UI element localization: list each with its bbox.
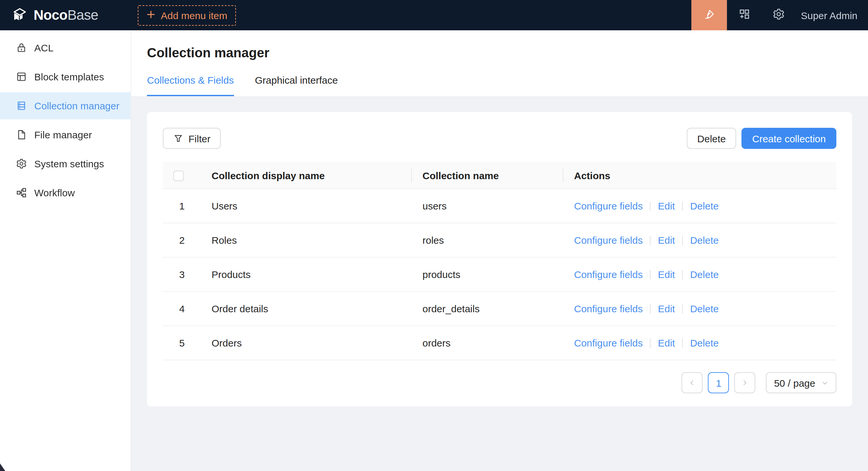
top-header: NocoBase Add menu item <box>0 0 868 30</box>
sidebar-item-label: File manager <box>34 129 92 140</box>
cell-actions: Configure fieldsEditDelete <box>563 189 836 223</box>
table-row: 4 Order details order_details Configure … <box>163 292 836 326</box>
cell-display-name: Roles <box>201 223 412 257</box>
action-divider <box>682 339 683 348</box>
row-index: 5 <box>163 326 201 360</box>
edit-link[interactable]: Edit <box>658 235 675 246</box>
sidebar-item-collection-manager[interactable]: Collection manager <box>0 92 130 119</box>
sidebar: ACL Block templates Collection manager <box>0 30 131 471</box>
filter-button[interactable]: Filter <box>163 128 221 149</box>
tab-graphical-interface[interactable]: Graphical interface <box>255 74 338 96</box>
column-header-name: Collection name <box>412 162 563 189</box>
edit-link[interactable]: Edit <box>658 269 675 280</box>
filter-icon <box>173 133 183 143</box>
chevron-right-icon <box>741 377 749 388</box>
cell-name: orders <box>412 326 563 360</box>
appstore-add-icon <box>738 8 750 23</box>
gear-icon <box>16 158 27 169</box>
filter-button-label: Filter <box>188 133 211 144</box>
logo-text: NocoBase <box>34 7 98 23</box>
plus-icon <box>146 9 156 21</box>
row-index: 1 <box>163 189 201 223</box>
page-size-select[interactable]: 50 / page <box>766 372 836 393</box>
toolbar-right: Delete Create collection <box>687 128 836 149</box>
edit-link[interactable]: Edit <box>658 200 675 211</box>
delete-link[interactable]: Delete <box>690 337 719 348</box>
sidebar-item-system-settings[interactable]: System settings <box>0 150 130 177</box>
next-page-button[interactable] <box>735 372 756 393</box>
column-header-display-name: Collection display name <box>201 162 412 189</box>
table-row: 3 Products products Configure fieldsEdit… <box>163 257 836 292</box>
plugin-manager-button[interactable] <box>727 0 761 30</box>
cell-name: products <box>412 257 563 292</box>
action-divider <box>682 270 683 279</box>
column-header-actions: Actions <box>563 162 836 189</box>
chevron-left-icon <box>688 377 696 388</box>
prev-page-button[interactable] <box>682 372 703 393</box>
file-icon <box>16 129 27 140</box>
cell-name: roles <box>412 223 563 257</box>
action-divider <box>650 202 651 211</box>
system-settings-button[interactable] <box>761 0 796 30</box>
sidebar-item-label: Block templates <box>34 71 104 82</box>
user-menu[interactable]: Super Admin <box>801 9 858 21</box>
logo-text-bold: Noco <box>34 7 67 23</box>
create-collection-button[interactable]: Create collection <box>742 128 836 149</box>
tabs: Collections & Fields Graphical interface <box>147 74 852 96</box>
nocobase-logo-icon <box>11 7 28 24</box>
pagination: 1 50 / page <box>163 372 836 393</box>
cell-name: users <box>412 189 563 223</box>
configure-fields-link[interactable]: Configure fields <box>574 269 643 280</box>
page-header: Collection manager Collections & Fields … <box>131 30 868 96</box>
table-row: 2 Roles roles Configure fieldsEditDelete <box>163 223 836 257</box>
table-row: 5 Orders orders Configure fieldsEditDele… <box>163 326 836 360</box>
delete-link[interactable]: Delete <box>690 235 719 246</box>
cell-name: order_details <box>412 292 563 326</box>
chevron-down-icon <box>821 379 829 386</box>
sidebar-item-label: ACL <box>34 42 53 53</box>
cell-actions: Configure fieldsEditDelete <box>563 292 836 326</box>
page-1-button[interactable]: 1 <box>708 372 729 393</box>
delete-link[interactable]: Delete <box>690 200 719 211</box>
row-index: 3 <box>163 257 201 292</box>
delete-link[interactable]: Delete <box>690 269 719 280</box>
configure-fields-link[interactable]: Configure fields <box>574 337 643 348</box>
sidebar-item-label: Workflow <box>34 187 75 198</box>
edit-link[interactable]: Edit <box>658 303 675 314</box>
delete-button[interactable]: Delete <box>687 128 737 149</box>
sidebar-item-label: System settings <box>34 158 104 169</box>
configure-fields-link[interactable]: Configure fields <box>574 200 643 211</box>
edit-link[interactable]: Edit <box>658 337 675 348</box>
collections-card: Filter Delete Create collection Coll <box>147 112 852 406</box>
configure-fields-link[interactable]: Configure fields <box>574 235 643 246</box>
lock-icon <box>16 42 27 53</box>
nocobase-logo[interactable]: NocoBase <box>0 7 131 24</box>
sidebar-item-file-manager[interactable]: File manager <box>0 121 130 148</box>
delete-link[interactable]: Delete <box>690 303 719 314</box>
add-menu-item-button[interactable]: Add menu item <box>138 5 236 25</box>
main-area: Collection manager Collections & Fields … <box>131 30 868 471</box>
configure-fields-link[interactable]: Configure fields <box>574 303 643 314</box>
table-toolbar: Filter Delete Create collection <box>163 128 836 149</box>
cell-display-name: Users <box>201 189 412 223</box>
add-menu-item-label: Add menu item <box>161 9 227 21</box>
ui-editor-button[interactable] <box>691 0 727 30</box>
sidebar-item-workflow[interactable]: Workflow <box>0 179 130 206</box>
action-divider <box>682 304 683 313</box>
cell-display-name: Products <box>201 257 412 292</box>
cell-actions: Configure fieldsEditDelete <box>563 326 836 360</box>
gear-icon <box>772 8 785 23</box>
action-divider <box>682 236 683 245</box>
collections-table: Collection display name Collection name … <box>163 162 836 360</box>
action-divider <box>650 339 651 348</box>
tab-collections-fields[interactable]: Collections & Fields <box>147 74 234 96</box>
page-size-value: 50 / page <box>774 377 815 388</box>
cell-display-name: Order details <box>201 292 412 326</box>
mouse-cursor <box>0 463 7 471</box>
table-row: 1 Users users Configure fieldsEditDelete <box>163 189 836 223</box>
sidebar-item-block-templates[interactable]: Block templates <box>0 63 130 90</box>
cell-actions: Configure fieldsEditDelete <box>563 223 836 257</box>
sidebar-item-acl[interactable]: ACL <box>0 34 130 61</box>
action-divider <box>650 304 651 313</box>
select-all-checkbox[interactable] <box>173 171 184 181</box>
